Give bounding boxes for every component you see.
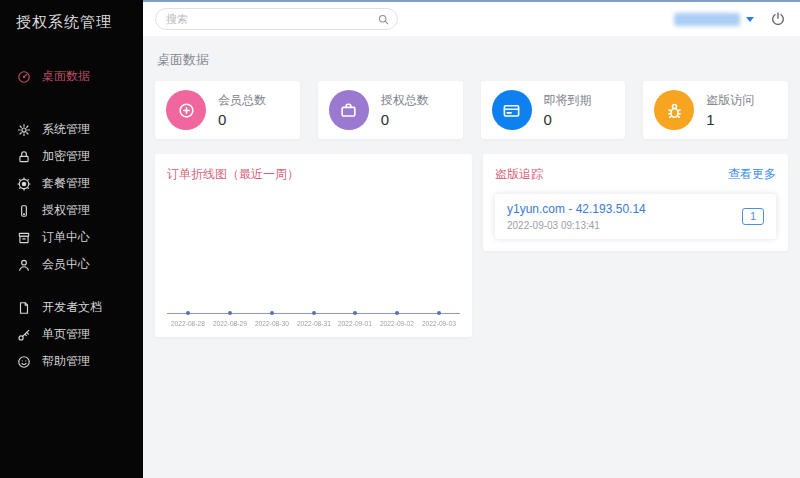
chart-point (353, 311, 357, 315)
sidebar-item-label: 系统管理 (42, 121, 90, 138)
sidebar-item-label: 授权管理 (42, 202, 90, 219)
stat-label: 授权总数 (381, 92, 429, 109)
stat-value: 1 (706, 111, 754, 128)
chart-tick-label: 2022-09-01 (335, 320, 375, 327)
chevron-down-icon[interactable] (746, 17, 754, 22)
bottom-row: 订单折线图（最近一周） 2022-08-282022-08-292022-08-… (155, 154, 788, 337)
key-icon (17, 328, 31, 342)
lock-icon (17, 150, 31, 164)
sidebar-item-system[interactable]: 系统管理 (0, 116, 143, 143)
logout-power-icon[interactable] (770, 11, 786, 27)
piracy-count-badge: 1 (742, 208, 764, 225)
chart-column: 2022-09-01 (334, 314, 376, 327)
chart-tick-label: 2022-08-28 (168, 320, 208, 327)
sidebar-item-orders[interactable]: 订单中心 (0, 224, 143, 251)
document-icon (17, 301, 31, 315)
mobile-icon (17, 204, 31, 218)
user-icon (17, 258, 31, 272)
view-more-link[interactable]: 查看更多 (728, 166, 776, 183)
piracy-card-header: 盗版追踪 查看更多 (495, 166, 776, 183)
sidebar: 授权系统管理 桌面数据 系统管理 加密管理 (0, 0, 143, 478)
piracy-title: 盗版追踪 (495, 166, 543, 183)
stat-label: 即将到期 (544, 92, 592, 109)
chart-tick-label: 2022-09-02 (377, 320, 417, 327)
sidebar-item-label: 单页管理 (42, 326, 90, 343)
chart-title: 订单折线图（最近一周） (167, 166, 460, 183)
app-window: 授权系统管理 桌面数据 系统管理 加密管理 (0, 0, 800, 478)
chart-column: 2022-08-30 (251, 314, 293, 327)
chart-point (395, 311, 399, 315)
sidebar-item-label: 订单中心 (42, 229, 90, 246)
chart-column: 2022-09-03 (418, 314, 460, 327)
chart-x-axis: 2022-08-282022-08-292022-08-302022-08-31… (167, 313, 460, 327)
piracy-domain-link[interactable]: y1yun.com - 42.193.50.14 (507, 202, 646, 216)
sidebar-section-spacer (0, 278, 143, 294)
search-input[interactable] (155, 8, 398, 30)
help-icon (17, 355, 31, 369)
sidebar-item-label: 开发者文档 (42, 299, 102, 316)
username-redacted[interactable] (674, 13, 740, 26)
piracy-tracking-card: 盗版追踪 查看更多 y1yun.com - 42.193.50.14 2022-… (483, 154, 788, 251)
sidebar-item-label: 桌面数据 (42, 68, 90, 85)
stat-label: 盗版访问 (706, 92, 754, 109)
sidebar-section-spacer (0, 90, 143, 116)
sidebar-item-single-page[interactable]: 单页管理 (0, 321, 143, 348)
page-title: 桌面数据 (157, 51, 788, 69)
chart-column: 2022-08-28 (167, 314, 209, 327)
order-box-icon (17, 231, 31, 245)
stats-row: 会员总数 0 授权总数 0 (155, 81, 788, 139)
sidebar-item-label: 加密管理 (42, 148, 90, 165)
chart-tick-label: 2022-08-29 (210, 320, 250, 327)
chart-tick-label: 2022-08-30 (252, 320, 292, 327)
stat-card-expiring: 即将到期 0 (481, 81, 626, 139)
stat-value: 0 (218, 111, 266, 128)
chart-tick-label: 2022-08-31 (294, 320, 334, 327)
stat-value: 0 (544, 111, 592, 128)
sidebar-item-label: 会员中心 (42, 256, 90, 273)
sidebar-item-label: 帮助管理 (42, 353, 90, 370)
sidebar-item-label: 套餐管理 (42, 175, 90, 192)
app-title: 授权系统管理 (0, 0, 143, 32)
piracy-list-item: y1yun.com - 42.193.50.14 2022-09-03 09:1… (495, 194, 776, 239)
gear-icon (17, 123, 31, 137)
chart-point (186, 311, 190, 315)
sidebar-menu: 桌面数据 系统管理 加密管理 套餐管理 (0, 63, 143, 375)
stat-label: 会员总数 (218, 92, 266, 109)
sidebar-item-members[interactable]: 会员中心 (0, 251, 143, 278)
sidebar-item-help[interactable]: 帮助管理 (0, 348, 143, 375)
sidebar-item-developer-docs[interactable]: 开发者文档 (0, 294, 143, 321)
sidebar-item-encryption[interactable]: 加密管理 (0, 143, 143, 170)
briefcase-icon (329, 90, 369, 130)
main-column: 桌面数据 会员总数 0 授权总数 (143, 0, 800, 478)
search-icon[interactable] (377, 12, 390, 25)
stat-card-piracy: 盗版访问 1 (643, 81, 788, 139)
stat-value: 0 (381, 111, 429, 128)
chart-column: 2022-09-02 (376, 314, 418, 327)
stat-card-members: 会员总数 0 (155, 81, 300, 139)
chart-point (270, 311, 274, 315)
stat-card-authorizations: 授权总数 0 (318, 81, 463, 139)
chart-point (228, 311, 232, 315)
search-wrap (155, 8, 398, 30)
chart-point (437, 311, 441, 315)
user-area (674, 11, 786, 27)
sidebar-item-desktop-data[interactable]: 桌面数据 (0, 63, 143, 90)
chart-tick-label: 2022-09-03 (419, 320, 459, 327)
chart-column: 2022-08-29 (209, 314, 251, 327)
dashboard-icon (17, 70, 31, 84)
user-add-icon (166, 90, 206, 130)
credit-card-icon (492, 90, 532, 130)
chart-plot-area (167, 183, 460, 313)
bug-icon (654, 90, 694, 130)
order-chart-card: 订单折线图（最近一周） 2022-08-282022-08-292022-08-… (155, 154, 472, 337)
chart-column: 2022-08-31 (293, 314, 335, 327)
sidebar-item-authorization[interactable]: 授权管理 (0, 197, 143, 224)
package-gear-icon (17, 177, 31, 191)
topbar (143, 2, 800, 36)
chart-point (312, 311, 316, 315)
sidebar-item-packages[interactable]: 套餐管理 (0, 170, 143, 197)
content-area: 桌面数据 会员总数 0 授权总数 (143, 36, 800, 478)
piracy-timestamp: 2022-09-03 09:13:41 (507, 220, 646, 231)
